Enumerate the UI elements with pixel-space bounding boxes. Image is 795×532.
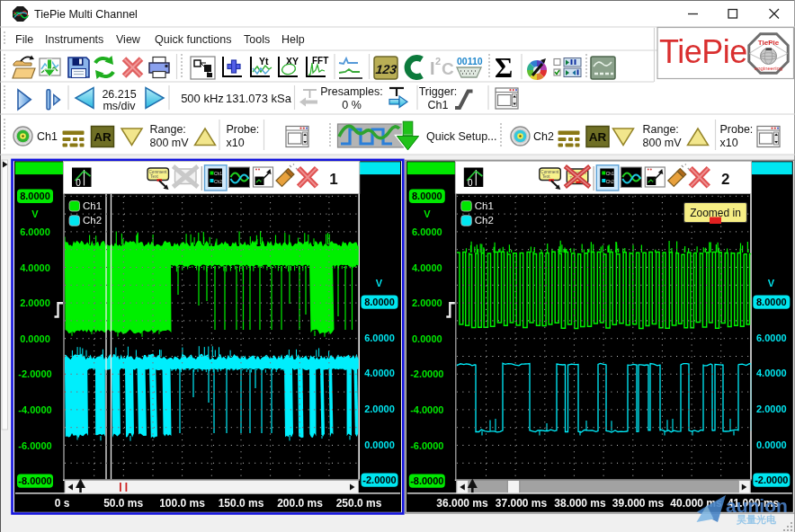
svg-text:6.0000: 6.0000	[412, 226, 442, 237]
svg-text:Ch2: Ch2	[83, 215, 102, 226]
svg-text:37.000 ms: 37.000 ms	[496, 497, 548, 510]
svg-text:Ch2: Ch2	[214, 179, 222, 184]
svg-text:6.0000: 6.0000	[756, 332, 787, 343]
svg-text:1: 1	[329, 171, 337, 188]
svg-text:0: 0	[76, 178, 81, 188]
svg-text:TiePie: TiePie	[758, 39, 780, 47]
svg-text:250.0 ms: 250.0 ms	[336, 497, 382, 510]
svg-text:V: V	[376, 278, 383, 288]
svg-text:x10: x10	[720, 137, 738, 149]
svg-text:8.0000: 8.0000	[20, 191, 50, 201]
svg-text:V: V	[31, 208, 39, 219]
svg-text:Text: Text	[150, 174, 158, 179]
svg-text:800 mV: 800 mV	[643, 137, 683, 149]
svg-text:Ch2: Ch2	[475, 215, 494, 226]
svg-text:TiePie Multi Channel: TiePie Multi Channel	[34, 8, 138, 21]
svg-text:V: V	[768, 278, 775, 288]
svg-text:2.0000: 2.0000	[364, 403, 395, 414]
svg-text:100.0 ms: 100.0 ms	[159, 497, 205, 510]
svg-text:昊量光电: 昊量光电	[737, 514, 777, 525]
svg-text:Comment: Comment	[540, 170, 559, 174]
svg-text:50.0 ms: 50.0 ms	[103, 497, 143, 510]
svg-text:0.0000: 0.0000	[756, 439, 787, 450]
svg-text:Help: Help	[281, 33, 305, 46]
svg-text:TiePie: TiePie	[659, 33, 747, 70]
svg-text:-4.0000: -4.0000	[410, 404, 443, 415]
svg-text:4.0000: 4.0000	[756, 368, 787, 378]
svg-text:0: 0	[468, 178, 473, 188]
svg-text:38.000 ms: 38.000 ms	[554, 497, 606, 510]
svg-text:150.0 ms: 150.0 ms	[219, 497, 264, 510]
svg-text:0.0000: 0.0000	[364, 439, 395, 450]
svg-text:0.0000: 0.0000	[20, 333, 50, 344]
svg-text:Range:: Range:	[643, 123, 679, 136]
svg-text:FFT: FFT	[312, 56, 328, 66]
svg-text:4.0000: 4.0000	[364, 368, 395, 378]
svg-text:4.0000: 4.0000	[20, 262, 50, 273]
svg-text:Probe:: Probe:	[227, 123, 260, 136]
svg-text:2.0000: 2.0000	[756, 403, 787, 414]
svg-text:123: 123	[375, 62, 398, 76]
svg-text:AR: AR	[589, 130, 607, 144]
svg-text:-6.0000: -6.0000	[18, 440, 51, 451]
svg-text:0 s: 0 s	[55, 497, 70, 510]
svg-text:200.0 ms: 200.0 ms	[277, 497, 323, 510]
svg-text:Ch2: Ch2	[533, 130, 554, 143]
svg-text:Presamples:: Presamples:	[320, 85, 382, 98]
svg-text:ms/div: ms/div	[103, 100, 136, 112]
svg-text:131.073 kSa: 131.073 kSa	[226, 92, 292, 105]
svg-text:x10: x10	[227, 137, 245, 149]
svg-text:-8.0000: -8.0000	[410, 475, 443, 486]
svg-text:2: 2	[435, 56, 441, 66]
svg-text:Text: Text	[542, 174, 550, 179]
svg-text:-4.0000: -4.0000	[18, 404, 51, 415]
svg-text:00110: 00110	[457, 56, 483, 66]
svg-text:engineering: engineering	[755, 66, 782, 71]
svg-text:2.0000: 2.0000	[412, 297, 442, 308]
svg-text:Ch1: Ch1	[83, 200, 102, 211]
svg-text:-2.0000: -2.0000	[362, 474, 396, 485]
svg-text:Zoomed in: Zoomed in	[690, 207, 741, 219]
svg-text:0 %: 0 %	[342, 99, 362, 111]
svg-text:-2.0000: -2.0000	[18, 368, 51, 379]
svg-text:Instruments: Instruments	[45, 33, 103, 46]
svg-text:0.0000: 0.0000	[412, 333, 442, 344]
svg-text:-8.0000: -8.0000	[18, 475, 51, 486]
svg-text:Quick functions: Quick functions	[155, 33, 231, 46]
svg-text:-2.0000: -2.0000	[755, 474, 788, 485]
svg-text:Ch1: Ch1	[428, 99, 449, 111]
svg-text:6.0000: 6.0000	[364, 332, 395, 343]
svg-text:8.0000: 8.0000	[412, 191, 442, 201]
svg-text:V: V	[424, 208, 431, 219]
svg-text:Quick Setup...: Quick Setup...	[426, 130, 497, 143]
svg-text:Σ: Σ	[495, 52, 513, 84]
svg-text:36.000 ms: 36.000 ms	[436, 497, 488, 510]
svg-text:Ch1: Ch1	[214, 171, 222, 176]
svg-text:C: C	[442, 59, 454, 78]
svg-text:Ch2: Ch2	[606, 179, 614, 184]
svg-text:I: I	[430, 58, 435, 78]
svg-text:800 mV: 800 mV	[150, 137, 190, 149]
svg-text:8.0000: 8.0000	[364, 297, 395, 307]
svg-text:-6.0000: -6.0000	[410, 440, 443, 451]
svg-text:Comment: Comment	[149, 170, 168, 174]
svg-text:Ch1: Ch1	[37, 130, 58, 143]
svg-text:Trigger:: Trigger:	[419, 85, 458, 98]
svg-text:2.0000: 2.0000	[20, 297, 50, 308]
svg-text:Tools: Tools	[244, 33, 270, 46]
svg-text:6.0000: 6.0000	[20, 226, 50, 237]
svg-text:Ch1: Ch1	[475, 200, 494, 211]
svg-text:500 kHz: 500 kHz	[181, 92, 224, 105]
svg-text:2: 2	[721, 171, 729, 188]
svg-text:Ch1: Ch1	[606, 171, 614, 176]
svg-text:-2.0000: -2.0000	[410, 368, 443, 379]
svg-text:View: View	[116, 33, 141, 46]
svg-text:Yt: Yt	[259, 56, 269, 66]
svg-text:26.215: 26.215	[102, 88, 136, 101]
svg-text:File: File	[15, 33, 33, 46]
svg-text:4.0000: 4.0000	[412, 262, 442, 273]
svg-text:Range:: Range:	[150, 123, 186, 136]
svg-text:39.000 ms: 39.000 ms	[612, 497, 665, 510]
svg-text:Probe:: Probe:	[720, 123, 754, 136]
svg-text:8.0000: 8.0000	[756, 297, 787, 307]
